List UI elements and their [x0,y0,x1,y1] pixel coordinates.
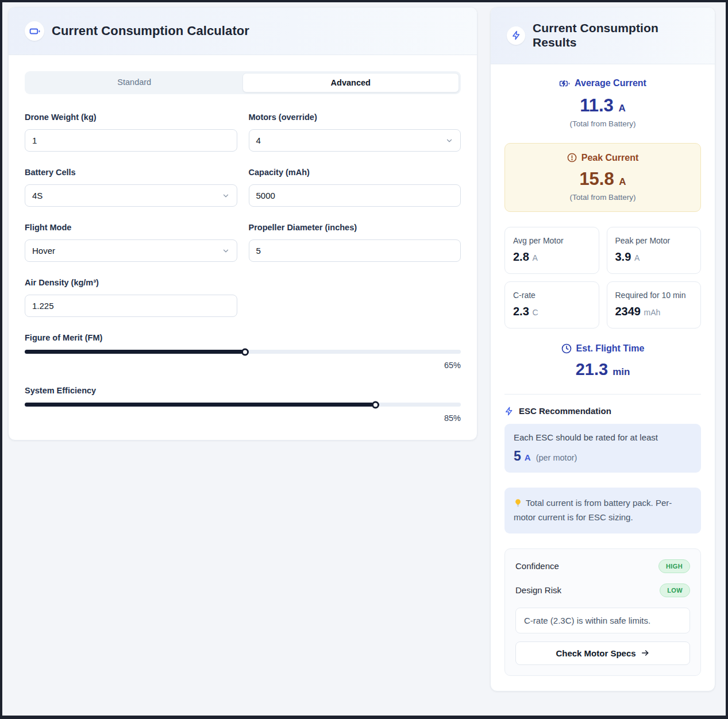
average-current-label: Average Current [575,78,646,88]
flight-mode-label: Flight Mode [25,223,237,232]
peak-current-note: (Total from Battery) [511,193,695,202]
calculator-card: Current Consumption Calculator Standard … [8,7,477,440]
drone-weight-label: Drone Weight (kg) [25,113,237,122]
field-battery-cells: Battery Cells 4S [25,168,237,207]
peak-current-box: Peak Current 15.8 A (Total from Battery) [504,143,701,212]
esc-recommendation-header: ESC Recommendation [504,406,701,416]
field-empty [249,278,461,317]
field-prop-diameter: Propeller Diameter (inches) [249,223,461,262]
capacity-input[interactable] [249,184,461,207]
battery-cells-select-value: 4S [32,191,43,200]
clock-icon [561,343,572,354]
esc-value: 5 [514,449,521,464]
c-rate-note: C-rate (2.3C) is within safe limits. [515,608,690,633]
air-density-label: Air Density (kg/m³) [25,278,237,287]
field-drone-weight: Drone Weight (kg) [25,113,237,152]
system-efficiency-slider[interactable] [25,403,461,407]
esc-recommendation-text: Each ESC should be rated for at least [514,432,692,442]
calculator-title: Current Consumption Calculator [52,24,249,38]
design-risk-row: Design Risk LOW [515,583,690,597]
stat-avg-per-motor: Avg per Motor 2.8 A [504,227,599,274]
confidence-label: Confidence [515,561,559,571]
esc-recommendation-value-row: 5 A (per motor) [514,449,692,464]
calculator-header: Current Consumption Calculator [9,7,477,55]
tab-standard[interactable]: Standard [26,73,242,92]
field-air-density: Air Density (kg/m³) [25,278,237,317]
stat-c-rate: C-rate 2.3 C [504,281,599,328]
average-current-value: 11.3 A [504,95,701,116]
figure-of-merit-value: 65% [25,361,461,370]
field-motors: Motors (override) 4 [249,113,461,152]
results-body: Average Current 11.3 A (Total from Batte… [491,64,715,691]
stat-peak-per-motor: Peak per Motor 3.9 A [607,227,702,274]
peak-current-label-row: Peak Current [567,153,639,163]
system-efficiency-value: 85% [25,413,461,423]
results-card: Current Consumption Results Average Curr… [490,7,715,691]
figure-of-merit-slider[interactable] [25,350,461,354]
lightbulb-icon [514,498,522,507]
stat-required-capacity: Required for 10 min 2349 mAh [607,281,702,328]
esc-suffix: (per motor) [536,453,577,462]
average-current-label-row: Average Current [559,78,646,89]
peak-current-value: 15.8 A [511,169,695,190]
prop-diameter-input[interactable] [249,239,461,262]
average-current-note: (Total from Battery) [504,119,701,128]
chevron-down-icon [222,192,230,200]
capacity-label: Capacity (mAh) [249,168,461,177]
chevron-down-icon [445,137,453,145]
system-efficiency-slider-block: System Efficiency 85% [25,386,461,423]
arrow-right-icon [641,648,650,658]
stat-grid: Avg per Motor 2.8 A Peak per Motor 3.9 A… [504,227,701,328]
average-current-metric: Average Current 11.3 A (Total from Batte… [504,78,701,128]
field-flight-mode: Flight Mode Hover [25,223,237,262]
motors-select[interactable]: 4 [249,129,461,152]
flight-time-metric: Est. Flight Time 21.3 min [504,343,701,379]
slider-fill [25,403,373,407]
drone-weight-input[interactable] [25,129,237,152]
battery-cells-label: Battery Cells [25,168,237,177]
check-motor-specs-button[interactable]: Check Motor Specs [515,641,690,665]
esc-recommendation-title: ESC Recommendation [519,406,611,416]
flight-time-label-row: Est. Flight Time [561,343,645,354]
slider-fill [25,350,243,354]
chevron-down-icon [222,247,230,255]
lightning-icon [507,26,525,45]
prop-diameter-label: Propeller Diameter (inches) [249,223,461,232]
design-risk-label: Design Risk [515,585,561,595]
flight-time-label: Est. Flight Time [576,343,645,354]
design-risk-badge: LOW [660,583,690,597]
results-title: Current Consumption Results [533,21,694,50]
mode-tabs: Standard Advanced [25,71,461,94]
tip-text: Total current is from battery pack. Per-… [514,498,672,522]
battery-cells-select[interactable]: 4S [25,184,237,207]
peak-current-label: Peak Current [581,153,639,163]
motors-select-value: 4 [256,136,261,145]
confidence-row: Confidence HIGH [515,559,690,573]
form-grid: Drone Weight (kg) Motors (override) 4 Ba… [25,113,461,317]
confidence-card: Confidence HIGH Design Risk LOW C-rate (… [504,548,701,676]
figure-of-merit-label: Figure of Merit (FM) [25,333,461,342]
air-density-input[interactable] [25,295,237,317]
battery-icon [25,21,44,41]
calculator-body: Standard Advanced Drone Weight (kg) Moto… [9,55,477,440]
system-efficiency-slider-handle[interactable] [372,401,379,408]
divider [504,394,701,395]
esc-unit: A [525,453,531,462]
figure-of-merit-slider-block: Figure of Merit (FM) 65% [25,333,461,370]
tab-advanced[interactable]: Advanced [242,73,460,92]
check-motor-specs-label: Check Motor Specs [556,648,635,658]
flight-time-value: 21.3 min [504,360,701,379]
lightning-icon [504,407,514,416]
motors-label: Motors (override) [249,113,461,122]
flight-mode-select[interactable]: Hover [25,239,237,262]
field-capacity: Capacity (mAh) [249,168,461,207]
tip-box: Total current is from battery pack. Per-… [504,488,701,534]
results-header: Current Consumption Results [491,7,715,64]
system-efficiency-label: System Efficiency [25,386,461,395]
confidence-badge: HIGH [658,559,690,573]
figure-of-merit-slider-handle[interactable] [241,348,249,355]
battery-charging-icon [559,78,570,89]
alert-circle-icon [567,153,577,163]
esc-recommendation-box: Each ESC should be rated for at least 5 … [504,424,701,473]
page: Current Consumption Calculator Standard … [2,2,726,691]
